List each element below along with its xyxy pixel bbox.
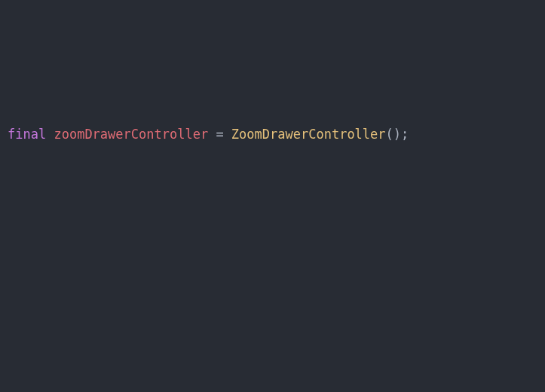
operator: =	[208, 127, 231, 142]
code-editor[interactable]: final zoomDrawerController = ZoomDrawerC…	[0, 0, 545, 392]
punct: ();	[386, 127, 409, 142]
keyword: final	[8, 127, 46, 142]
type: ZoomDrawerController	[231, 127, 386, 142]
identifier: zoomDrawerController	[54, 127, 208, 142]
code-line: final zoomDrawerController = ZoomDrawerC…	[8, 121, 537, 148]
space	[46, 127, 54, 142]
code-line	[8, 256, 537, 283]
